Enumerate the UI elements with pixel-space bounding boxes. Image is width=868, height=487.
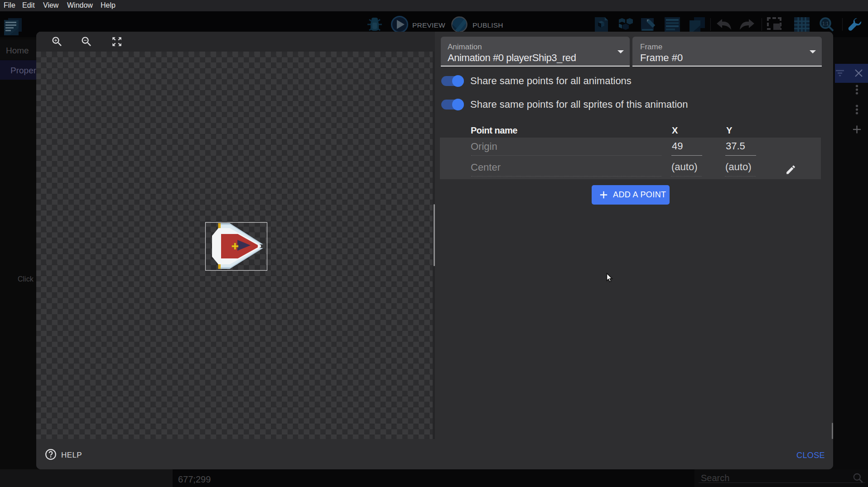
svg-text:1:1: 1:1 [822, 21, 829, 26]
